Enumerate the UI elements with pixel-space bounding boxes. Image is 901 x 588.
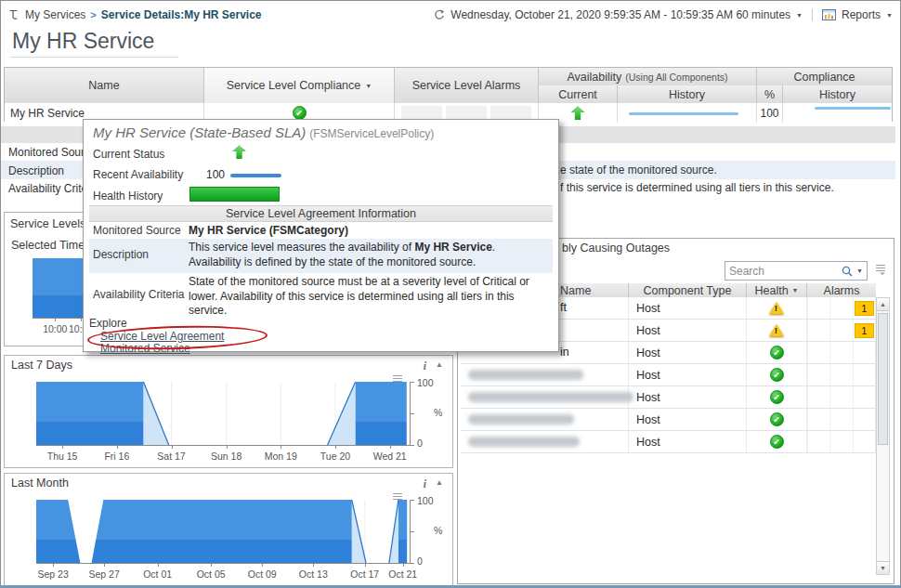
y-tick-label-bottom: 0 — [417, 555, 423, 567]
x-tick-mark — [403, 563, 404, 567]
criteria-text-tail: f this service is determined using all t… — [560, 181, 834, 194]
x-tick-label: Fri 16 — [95, 451, 139, 462]
outages-panel-title-partial: bly Causing Outages — [562, 242, 670, 255]
alarms-cell — [807, 386, 876, 408]
column-header-component-type[interactable]: Component Type — [629, 283, 747, 297]
last_7_days-plot — [36, 382, 410, 445]
table-row[interactable]: Host✔ — [461, 386, 876, 409]
redacted-component-name — [468, 370, 583, 380]
recent-availability-sparkline — [230, 174, 281, 177]
y-tick-mark — [410, 382, 414, 383]
reports-button[interactable]: Reports — [842, 8, 881, 21]
x-tick-mark — [227, 445, 228, 449]
alarm-severity-cell — [829, 342, 852, 363]
column-header-compliance-history[interactable]: History — [783, 85, 892, 103]
last-7-days-panel: Last 7 Days i ▲ Thu 15Fri 16Sat 17Sun 18… — [4, 355, 453, 468]
collapse-icon[interactable]: ▲ — [436, 478, 443, 487]
table-row[interactable]: Host✔ — [461, 364, 876, 386]
compliance-ok-icon: ✔ — [293, 106, 307, 120]
alarm-severity-cell — [807, 364, 829, 385]
health-cell: ✔ — [747, 364, 807, 385]
column-group-compliance[interactable]: Compliance — [757, 68, 892, 85]
vertical-scrollbar[interactable]: ▲ ▼ — [876, 297, 890, 575]
page-title: My HR Service — [10, 29, 178, 58]
component-type-cell: Host — [629, 431, 747, 452]
sort-arrow-icon: ▼ — [365, 83, 372, 89]
redacted-component-name — [468, 437, 580, 447]
alarm-severity-cell — [853, 409, 875, 430]
breadcrumb: My Services > Service Details:My HR Serv… — [8, 8, 262, 21]
x-tick-label: Thu 15 — [40, 451, 85, 462]
time-range-dropdown-icon[interactable]: ▼ — [796, 12, 803, 19]
search-options-dropdown-icon[interactable]: ▼ — [856, 268, 863, 274]
search-box[interactable]: ▼ — [725, 261, 868, 281]
component-type-cell: Host — [629, 364, 747, 385]
alarms-cell: 1 — [807, 320, 876, 341]
table-row[interactable]: Host✔ — [461, 409, 876, 431]
table-customizer-icon[interactable] — [875, 264, 887, 275]
info-icon[interactable]: i — [423, 359, 426, 373]
health-cell: ✔ — [747, 431, 807, 452]
alarm-severity-cell — [829, 320, 852, 341]
alarms-cell: 1 — [807, 297, 876, 319]
alarm-severity-cell — [853, 342, 875, 363]
alarm-severity-cell — [853, 431, 875, 452]
column-header-name[interactable]: Name — [5, 68, 204, 103]
compliance-sparkline — [815, 107, 891, 110]
alarms-cell — [807, 431, 876, 452]
scroll-down-button[interactable]: ▼ — [877, 561, 889, 574]
y-axis-label: % — [434, 525, 442, 536]
search-input[interactable] — [725, 265, 841, 278]
health-cell: ✔ — [747, 409, 807, 430]
last-month-title: Last Month — [11, 477, 69, 490]
search-icon[interactable] — [841, 265, 854, 278]
time-range-text[interactable]: Wednesday, October 21, 2020 9:59:35 AM -… — [450, 8, 790, 21]
x-tick-mark — [365, 563, 366, 567]
x-tick-mark — [62, 445, 63, 449]
y-tick-mark — [410, 563, 414, 564]
scroll-up-button[interactable]: ▲ — [877, 298, 889, 311]
y-tick-mark — [410, 500, 414, 501]
alarm-severity-cell — [807, 297, 829, 319]
availability-up-arrow-icon — [571, 106, 585, 120]
popup-title-type: (FSMServiceLevelPolicy) — [309, 127, 434, 140]
alarm-count-badge[interactable]: 1 — [855, 301, 874, 316]
alarm-count-badge[interactable]: 1 — [855, 323, 874, 338]
table-row[interactable]: Host✔ — [461, 431, 876, 453]
column-header-availability-history[interactable]: History — [618, 85, 757, 103]
compliance-history-cell[interactable] — [783, 103, 892, 123]
availability-criteria-text: State of the monitored source must be at… — [189, 275, 547, 319]
column-header-percent[interactable]: % — [757, 85, 783, 103]
link-monitored-service[interactable]: Monitored Service — [100, 342, 190, 355]
collapse-icon[interactable]: ▲ — [436, 360, 443, 369]
alarm-severity-cell: 1 — [853, 320, 875, 341]
health-normal-icon: ✔ — [770, 435, 784, 449]
x-tick-mark — [81, 318, 82, 321]
column-header-alarms[interactable]: Alarms — [807, 283, 876, 297]
last_month-plot — [36, 500, 410, 563]
description-text-tail: e state of the monitored source. — [560, 163, 717, 176]
tab-service-levels[interactable]: Service Levels — [4, 212, 85, 236]
column-group-availability[interactable]: Availability(Using All Components) — [539, 68, 757, 85]
scrollbar-thumb[interactable] — [878, 313, 888, 445]
component-type-cell: Host — [629, 320, 747, 341]
x-tick-label: Oct 01 — [136, 568, 180, 580]
info-icon[interactable]: i — [423, 477, 426, 491]
alarm-severity-cell: 1 — [853, 297, 875, 319]
breadcrumb-my-services[interactable]: My Services — [25, 8, 85, 21]
column-header-service-level-alarms[interactable]: Service Level Alarms — [395, 68, 539, 103]
column-header-health[interactable]: Health▼ — [747, 283, 807, 297]
redacted-component-name — [468, 414, 574, 425]
description-label: Description — [93, 248, 149, 261]
health-warning-icon: ! — [769, 324, 784, 336]
availability-history-cell[interactable] — [618, 103, 757, 123]
column-header-current[interactable]: Current — [539, 85, 618, 103]
group-note: (Using All Components) — [625, 72, 727, 83]
reports-dropdown-icon[interactable]: ▼ — [886, 12, 893, 19]
monitored-source-value: My HR Service (FSMCategory) — [189, 224, 547, 239]
description-text: This service level measures the availabi… — [189, 241, 547, 269]
column-header-service-level-compliance[interactable]: Service Level Compliance▼ — [204, 68, 395, 103]
x-tick-label: Oct 13 — [291, 568, 335, 580]
link-service-level-agreement[interactable]: Service Level Agreement — [100, 330, 224, 343]
top-bar: My Services > Service Details:My HR Serv… — [8, 7, 893, 23]
